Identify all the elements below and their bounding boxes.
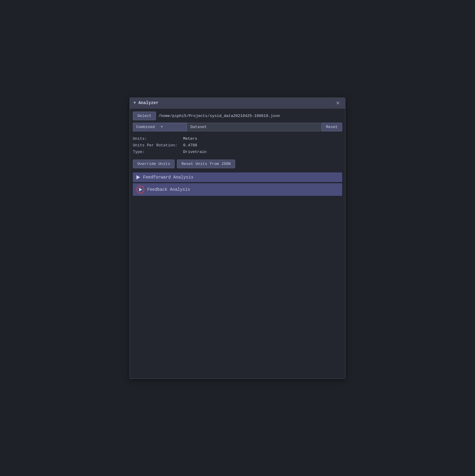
main-area: Select /home/piphi5/Projects/sysid_data2… [130, 109, 345, 379]
title-bar: ▼ Analyzer ✕ [130, 98, 345, 109]
type-value: Drivetrain [183, 150, 207, 154]
feedback-circle-button[interactable] [136, 186, 144, 193]
dataset-row: Combined ▼ Dataset Reset [133, 123, 342, 131]
reset-units-button[interactable]: Reset Units from JSON [177, 160, 235, 168]
feedforward-expand-icon [136, 175, 140, 179]
feedback-label: Feedback Analysis [147, 187, 190, 192]
close-button[interactable]: ✕ [334, 100, 342, 106]
override-row: Override Units Reset Units from JSON [133, 160, 342, 168]
dataset-dropdown[interactable]: Combined ▼ [133, 123, 187, 131]
feedback-expand-icon [139, 188, 142, 191]
reset-button[interactable]: Reset [321, 123, 342, 131]
select-button[interactable]: Select [133, 112, 156, 120]
type-label: Type: [133, 149, 181, 155]
analyzer-window: ▼ Analyzer ✕ Select /home/piphi5/Project… [130, 97, 345, 379]
feedforward-section-header[interactable]: Feedforward Analysis [133, 172, 342, 182]
dataset-dropdown-value: Combined [136, 125, 155, 129]
units-value: Meters [183, 136, 197, 141]
feedback-section-header[interactable]: Feedback Analysis [133, 183, 342, 196]
override-units-button[interactable]: Override Units [133, 160, 175, 168]
units-line: Units: Meters [133, 136, 342, 142]
units-label: Units: [133, 136, 181, 142]
dataset-label: Dataset [187, 123, 321, 131]
window-title: Analyzer [138, 100, 158, 105]
upr-label: Units Per Rotation: [133, 142, 181, 149]
upr-value: 0.4788 [183, 143, 197, 148]
info-section: Units: Meters Units Per Rotation: 0.4788… [133, 134, 342, 157]
file-row: Select /home/piphi5/Projects/sysid_data2… [133, 112, 342, 120]
feedforward-label: Feedforward Analysis [143, 175, 193, 180]
title-bar-left: ▼ Analyzer [133, 100, 159, 105]
dropdown-arrow-icon: ▼ [161, 125, 163, 129]
analyzer-icon: ▼ [133, 100, 136, 105]
file-path: /home/piphi5/Projects/sysid_data20210425… [158, 114, 342, 118]
type-line: Type: Drivetrain [133, 149, 342, 155]
upr-line: Units Per Rotation: 0.4788 [133, 142, 342, 149]
